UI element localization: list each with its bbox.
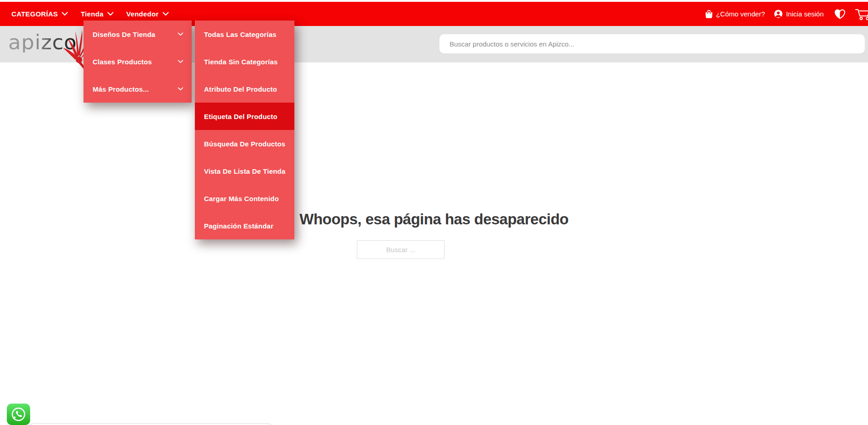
- chevron-down-icon: [178, 60, 183, 63]
- whatsapp-icon: [7, 404, 30, 425]
- disenos-submenu: Todas Las Categorías Tienda Sin Categorí…: [195, 21, 294, 239]
- how-to-sell-label: ¿Cómo vender?: [716, 10, 765, 18]
- menu-item-mas-productos[interactable]: Más Productos...: [84, 75, 192, 103]
- submenu-item-label: Cargar Más Contenido: [204, 195, 279, 202]
- nav-tienda[interactable]: Tienda: [81, 10, 114, 18]
- nav-tienda-label: Tienda: [81, 10, 104, 18]
- submenu-item-label: Etiqueta Del Producto: [204, 113, 277, 120]
- submenu-item-vista-de-lista-de-tienda[interactable]: Vista De Lista De Tienda: [195, 157, 294, 185]
- error-page-search-input[interactable]: [357, 240, 444, 259]
- wishlist-heart-icon[interactable]: [834, 8, 846, 20]
- topbar-actions: ¿Cómo vender? Inicia sesión: [705, 2, 868, 26]
- chevron-down-icon: [162, 12, 169, 16]
- tienda-dropdown-menu: Diseños De Tienda Clases Productos Más P…: [84, 21, 192, 103]
- submenu-item-label: Atributo Del Producto: [204, 85, 277, 93]
- menu-item-clases-productos[interactable]: Clases Productos: [84, 48, 192, 75]
- submenu-item-label: Búsqueda De Productos: [204, 140, 285, 148]
- search-input[interactable]: [439, 34, 865, 53]
- submenu-item-paginacion-estandar[interactable]: Paginación Estándar: [195, 212, 294, 239]
- menu-item-disenos-de-tienda[interactable]: Diseños De Tienda: [84, 21, 192, 48]
- submenu-item-etiqueta-del-producto[interactable]: Etiqueta Del Producto: [195, 103, 294, 130]
- chevron-down-icon: [107, 12, 114, 16]
- submenu-item-label: Paginación Estándar: [204, 222, 273, 230]
- page-404-apizco: apizco CATEGORÍAS: [0, 0, 868, 425]
- login-link[interactable]: Inicia sesión: [774, 10, 824, 18]
- submenu-item-busqueda-de-productos[interactable]: Búsqueda De Productos: [195, 130, 294, 157]
- nav-categorias-label: CATEGORÍAS: [11, 10, 58, 18]
- chevron-down-icon: [62, 12, 68, 16]
- how-to-sell-link[interactable]: ¿Cómo vender?: [705, 10, 765, 19]
- submenu-item-cargar-mas-contenido[interactable]: Cargar Más Contenido: [195, 185, 294, 212]
- menu-item-label: Diseños De Tienda: [93, 31, 155, 38]
- submenu-item-label: Tienda Sin Categorías: [204, 58, 277, 66]
- account-icon: [774, 10, 783, 18]
- page-title: Whoops, esa página has desaparecido: [0, 211, 868, 228]
- menu-item-label: Más Productos...: [93, 85, 149, 93]
- submenu-item-tienda-sin-categorias[interactable]: Tienda Sin Categorías: [195, 48, 294, 75]
- menu-item-label: Clases Productos: [93, 58, 152, 66]
- submenu-item-atributo-del-producto[interactable]: Atributo Del Producto: [195, 75, 294, 103]
- submenu-item-label: Todas Las Categorías: [204, 31, 277, 38]
- whatsapp-chat-button[interactable]: [7, 404, 30, 425]
- chat-widget-bubble[interactable]: [30, 423, 272, 425]
- main-menu: CATEGORÍAS Tienda Vendedor: [0, 10, 182, 18]
- chevron-down-icon: [178, 87, 183, 91]
- nav-vendedor[interactable]: Vendedor: [126, 10, 169, 18]
- cart-icon[interactable]: [855, 8, 868, 21]
- submenu-item-todas-las-categorias[interactable]: Todas Las Categorías: [195, 21, 294, 48]
- shopping-bag-icon: [705, 10, 713, 19]
- nav-vendedor-label: Vendedor: [126, 10, 159, 18]
- chevron-down-icon: [178, 32, 183, 36]
- login-label: Inicia sesión: [786, 10, 824, 18]
- submenu-item-label: Vista De Lista De Tienda: [204, 167, 285, 175]
- nav-categorias[interactable]: CATEGORÍAS: [11, 10, 68, 18]
